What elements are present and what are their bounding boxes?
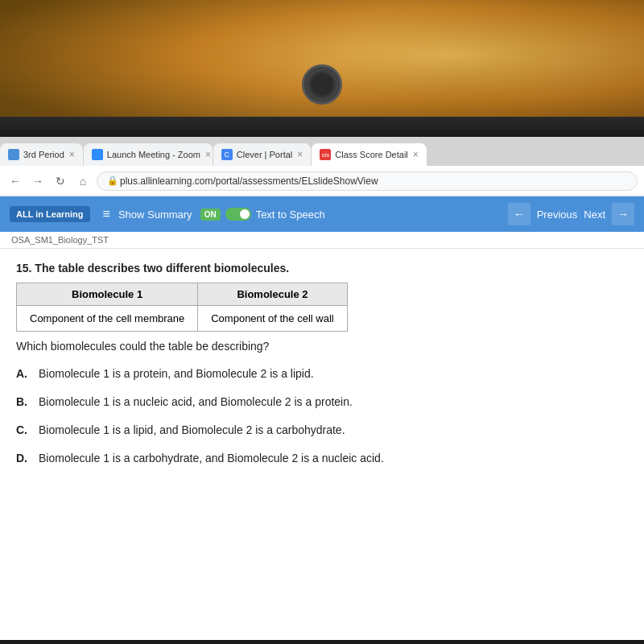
forward-button[interactable]: → (29, 172, 47, 190)
option-d-letter: D. (16, 450, 32, 467)
previous-label: Previous (537, 208, 578, 221)
menu-icon[interactable]: ≡ (103, 207, 110, 221)
option-b-letter: B. (16, 394, 32, 411)
next-arrow-button[interactable]: → (612, 203, 634, 225)
nav-controls: ← Previous Next → (508, 203, 634, 225)
url-text: plus.allinlearning.com/portal/assessment… (120, 175, 378, 187)
breadcrumb: OSA_SM1_Biology_TST (0, 232, 644, 249)
tab-clever[interactable]: C Clever | Portal × (213, 143, 312, 166)
tts-toggle-container: ON Text to Speech (200, 208, 325, 221)
main-content: 15. The table describes two different bi… (0, 249, 644, 640)
show-summary-button[interactable]: Show Summary (118, 208, 192, 221)
tab-3rd-period[interactable]: 3rd Period × (0, 143, 83, 166)
laptop-bezel (0, 117, 644, 137)
question-stem: 15. The table describes two different bi… (16, 262, 628, 275)
tab-class-score[interactable]: sis Class Score Detail × (312, 143, 427, 166)
option-c-text: Biomolecule 1 is a lipid, and Biomolecul… (39, 422, 345, 439)
back-button[interactable]: ← (6, 172, 24, 190)
answer-option-b[interactable]: B. Biomolecule 1 is a nucleic acid, and … (16, 394, 628, 411)
answer-option-a[interactable]: A. Biomolecule 1 is a protein, and Biomo… (16, 365, 628, 382)
prev-arrow-button[interactable]: ← (508, 203, 530, 225)
table-cell-1-2: Component of the cell wall (198, 306, 347, 332)
option-c-letter: C. (16, 422, 32, 439)
tab-icon-class-score: sis (320, 149, 331, 160)
tab-zoom[interactable]: Launch Meeting - Zoom × (84, 143, 213, 166)
tab-icon-clever: C (221, 149, 233, 160)
toolbar: ALL in Learning ≡ Show Summary ON Text t… (0, 196, 644, 232)
webcam-circle (302, 64, 342, 105)
table-cell-1-1: Component of the cell membrane (17, 306, 198, 332)
option-d-text: Biomolecule 1 is a carbohydrate, and Bio… (39, 450, 384, 467)
biomolecule-table: Biomolecule 1 Biomolecule 2 Component of… (16, 283, 348, 332)
answer-option-c[interactable]: C. Biomolecule 1 is a lipid, and Biomole… (16, 422, 628, 439)
tab-bar: 3rd Period × Launch Meeting - Zoom × C C… (0, 137, 644, 166)
answer-option-d[interactable]: D. Biomolecule 1 is a carbohydrate, and … (16, 450, 628, 467)
lock-icon: 🔒 (107, 175, 118, 186)
toggle-on-label: ON (200, 208, 221, 221)
option-a-text: Biomolecule 1 is a protein, and Biomolec… (39, 365, 314, 382)
tab-icon-3rd-period (8, 149, 19, 160)
option-b-text: Biomolecule 1 is a nucleic acid, and Bio… (39, 394, 353, 411)
webcam-area (0, 0, 644, 137)
which-question: Which biomolecules could the table be de… (16, 340, 628, 353)
tab-close-clever[interactable]: × (297, 149, 303, 160)
col-header-1: Biomolecule 1 (17, 283, 198, 306)
brand-logo: ALL in Learning (10, 206, 90, 222)
option-a-letter: A. (16, 365, 32, 382)
home-button[interactable]: ⌂ (74, 172, 92, 190)
tab-close-class-score[interactable]: × (413, 149, 419, 160)
tab-close-3rd-period[interactable]: × (69, 149, 75, 160)
refresh-button[interactable]: ↻ (52, 172, 69, 190)
address-bar: ← → ↻ ⌂ 🔒 plus.allinlearning.com/portal/… (0, 166, 644, 196)
url-bar[interactable]: 🔒 plus.allinlearning.com/portal/assessme… (97, 171, 638, 191)
tts-label: Text to Speech (256, 208, 325, 221)
col-header-2: Biomolecule 2 (198, 283, 347, 306)
next-label: Next (584, 208, 605, 221)
tab-close-zoom[interactable]: × (205, 149, 211, 160)
tab-icon-zoom (92, 149, 103, 160)
tts-toggle[interactable] (225, 208, 251, 221)
